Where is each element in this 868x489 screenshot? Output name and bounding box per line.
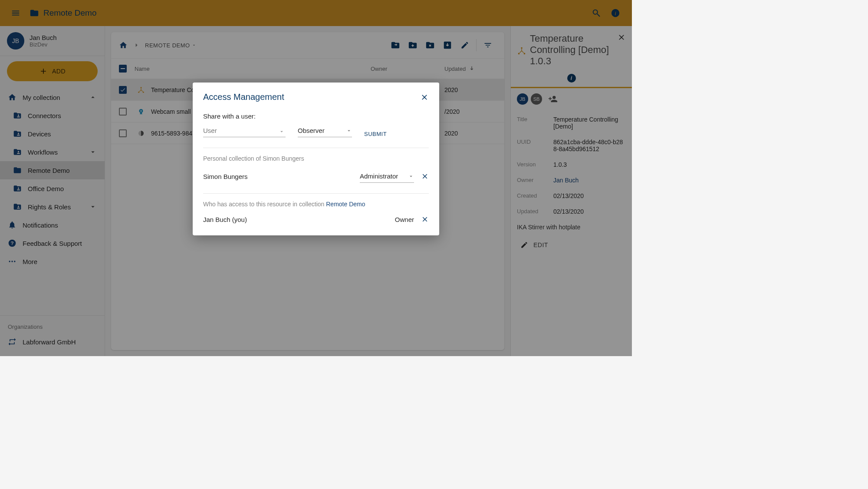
access-row: Jan Buch (you) Owner: [203, 215, 429, 223]
collection-link[interactable]: Remote Demo: [326, 201, 365, 208]
chevron-down-icon: [408, 173, 414, 179]
access-management-modal: Access Management Share with a user: Obs…: [193, 83, 439, 235]
user-input[interactable]: [203, 124, 286, 137]
submit-button[interactable]: SUBMIT: [364, 131, 387, 137]
chevron-down-icon: [346, 128, 352, 134]
chevron-down-icon[interactable]: [279, 129, 285, 135]
remove-button[interactable]: [421, 172, 429, 180]
share-label: Share with a user:: [203, 112, 429, 120]
role-select[interactable]: Observer: [298, 124, 352, 137]
access-row: Simon Bungers Administrator: [203, 170, 429, 183]
access-role: Owner: [395, 216, 414, 223]
access-question: Who has access to this resource in colle…: [203, 201, 429, 208]
personal-collection-label: Personal collection of Simon Bungers: [203, 155, 429, 162]
remove-button[interactable]: [421, 215, 429, 223]
role-select[interactable]: Administrator: [360, 170, 414, 183]
modal-overlay[interactable]: Access Management Share with a user: Obs…: [0, 0, 632, 356]
access-user-name: Jan Buch (you): [203, 216, 395, 223]
modal-title: Access Management: [203, 92, 420, 102]
access-user-name: Simon Bungers: [203, 173, 360, 180]
close-icon[interactable]: [420, 93, 429, 102]
